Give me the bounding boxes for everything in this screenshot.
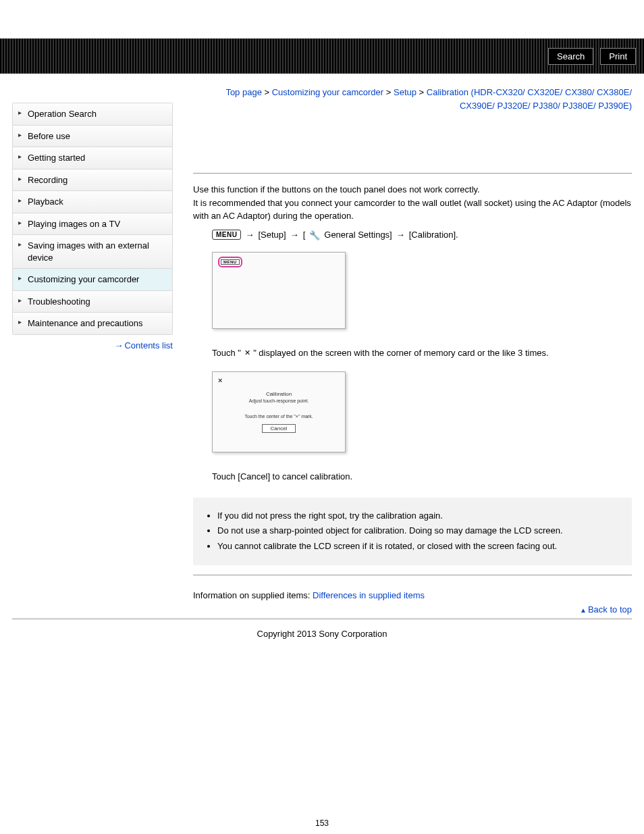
menu-button-icon: MENU (212, 230, 241, 240)
sidebar-item-playing-tv[interactable]: Playing images on a TV (13, 213, 172, 236)
header-spacer (0, 0, 644, 38)
cancel-instruction: Touch [Cancel] to cancel calibration. (212, 471, 352, 481)
mock-title: Calibration (213, 391, 345, 397)
back-to-top-link[interactable]: Back to top (588, 604, 632, 615)
step-general-open: [ (303, 230, 306, 240)
mock-subtitle: Adjust touch-response point. (213, 398, 345, 403)
sidebar-item-saving-external[interactable]: Saving images with an external device (13, 235, 172, 269)
intro-text-2: It is recommended that you connect your … (193, 197, 632, 223)
supplied-link[interactable]: Differences in supplied items (313, 590, 425, 600)
menu-label: MENU (221, 259, 240, 265)
step-setup: [Setup] (258, 230, 286, 240)
notes-box: If you did not press the right spot, try… (193, 498, 632, 566)
menu-path: MENU → [Setup] → [🔧General Settings] → [… (212, 230, 632, 240)
intro-text-1: Use this function if the buttons on the … (193, 183, 632, 197)
sidebar-item-label: Recording (28, 175, 68, 185)
main-content: Top page > Customizing your camcorder > … (193, 86, 632, 617)
print-button[interactable]: Print (600, 48, 636, 65)
step-general: General Settings] (324, 230, 392, 240)
sidebar-item-customizing[interactable]: Customizing your camcorder (13, 269, 172, 291)
arrow-right-icon: → (396, 230, 405, 240)
breadcrumb-separator: > (417, 87, 427, 97)
divider (193, 173, 632, 174)
sidebar-item-label: Getting started (28, 153, 85, 163)
mock-instruction: Touch the center of the "×" mark. (213, 414, 345, 419)
breadcrumb-separator: > (262, 87, 272, 97)
sidebar-item-troubleshooting[interactable]: Troubleshooting (13, 291, 172, 313)
sidebar-item-label: Playback (28, 197, 63, 207)
arrow-right-icon: → (245, 230, 254, 240)
sidebar-item-label: Maintenance and precautions (28, 318, 143, 328)
breadcrumb-separator: > (383, 87, 394, 97)
copyright-text: Copyright 2013 Sony Corporation (0, 619, 644, 643)
sidebar-item-before-use[interactable]: Before use (13, 126, 172, 148)
step-calibration: [Calibration]. (409, 230, 458, 240)
divider (193, 575, 632, 575)
breadcrumb: Top page > Customizing your camcorder > … (193, 86, 632, 112)
note-item: Do not use a sharp-pointed object for ca… (217, 524, 620, 538)
breadcrumb-customizing[interactable]: Customizing your camcorder (272, 87, 383, 97)
sidebar-item-recording[interactable]: Recording (13, 170, 172, 192)
sidebar-item-maintenance[interactable]: Maintenance and precautions (13, 313, 172, 334)
page-number: 153 (0, 643, 644, 834)
mock-cancel-button: Cancel (262, 424, 296, 433)
screen-illustration-calibration: × Calibration Adjust touch-response poin… (212, 371, 346, 452)
touch-instruction-pre: Touch " (212, 348, 244, 358)
breadcrumb-top-page[interactable]: Top page (225, 87, 262, 97)
triangle-up-icon: ▲ (580, 606, 587, 614)
sidebar-item-label: Troubleshooting (28, 296, 90, 307)
wrench-icon: 🔧 (309, 230, 320, 240)
search-button[interactable]: Search (548, 48, 593, 65)
contents-list-link[interactable]: Contents list (124, 340, 173, 350)
sidebar-item-label: Playing images on a TV (28, 219, 120, 229)
sidebar-item-getting-started[interactable]: Getting started (13, 147, 172, 170)
sidebar-item-label: Saving images with an external device (28, 240, 149, 263)
note-item: You cannot calibrate the LCD screen if i… (217, 540, 620, 553)
sidebar-nav: Operation Search Before use Getting star… (12, 103, 173, 350)
sidebar-item-operation-search[interactable]: Operation Search (13, 103, 172, 126)
screen-illustration-menu: MENU (212, 252, 346, 329)
supplied-prefix: Information on supplied items: (193, 590, 313, 600)
menu-highlight: MENU (218, 257, 242, 267)
arrow-right-icon: → (290, 230, 299, 240)
note-item: If you did not press the right spot, try… (217, 509, 620, 523)
breadcrumb-setup[interactable]: Setup (394, 87, 417, 97)
top-toolbar: Search Print (0, 38, 644, 74)
sidebar-item-label: Customizing your camcorder (28, 274, 139, 284)
x-mark-icon: × (218, 376, 222, 384)
arrow-right-icon: → (114, 340, 123, 350)
x-mark-icon: ✕ (244, 349, 251, 357)
breadcrumb-current[interactable]: Calibration (HDR-CX320/ CX320E/ CX380/ C… (427, 87, 632, 111)
touch-instruction-post: " displayed on the screen with the corne… (251, 348, 549, 358)
sidebar-item-playback[interactable]: Playback (13, 191, 172, 213)
sidebar-item-label: Operation Search (28, 109, 97, 119)
sidebar-item-label: Before use (28, 131, 70, 141)
